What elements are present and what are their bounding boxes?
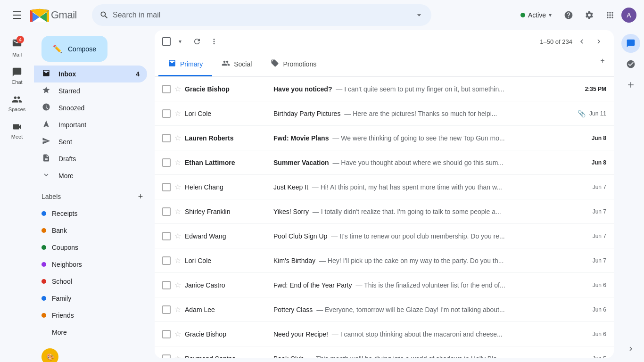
right-tasks-button[interactable] xyxy=(621,55,640,74)
sent-label: Sent xyxy=(58,138,140,146)
email-subject: Pottery Class xyxy=(273,306,313,313)
email-sender: Gracie Bishop xyxy=(185,330,270,338)
row-checkbox[interactable] xyxy=(162,207,171,216)
label-item-coupons[interactable]: Coupons xyxy=(34,239,147,256)
email-snippet: — Hi! At this point, my hat has spent mo… xyxy=(310,183,502,191)
table-row[interactable]: ☆ Ethan Lattimore Summer Vacation — Have… xyxy=(155,150,614,175)
select-all-checkbox[interactable] xyxy=(162,37,171,46)
email-panel: ▾ 1–50 of 234 xyxy=(155,30,614,358)
right-add-button[interactable] xyxy=(621,75,640,94)
tab-social[interactable]: Social xyxy=(212,53,261,76)
settings-button[interactable] xyxy=(580,6,599,25)
snoozed-nav-item[interactable]: Snoozed xyxy=(34,99,147,116)
row-checkbox[interactable] xyxy=(162,305,171,314)
row-star[interactable]: ☆ xyxy=(174,305,181,314)
label-item-bank[interactable]: Bank xyxy=(34,222,147,239)
table-row[interactable]: ☆ Lori Cole Birthday Party Pictures — He… xyxy=(155,101,614,126)
sidebar-item-chat[interactable]: Chat xyxy=(0,63,34,89)
gmail-wordmark: Gmail xyxy=(51,9,77,21)
tab-primary[interactable]: Primary xyxy=(158,53,212,76)
search-dropdown-icon[interactable] xyxy=(414,10,424,20)
row-checkbox[interactable] xyxy=(162,183,171,191)
email-body: Summer Vacation — Have you thought about… xyxy=(273,159,588,166)
table-row[interactable]: ☆ Janice Castro Fwd: End of the Year Par… xyxy=(155,273,614,297)
drafts-nav-item[interactable]: Drafts xyxy=(34,150,147,167)
search-input[interactable] xyxy=(113,11,411,19)
more-nav-item[interactable]: More xyxy=(34,167,147,184)
row-checkbox[interactable] xyxy=(162,109,171,118)
table-row[interactable]: ☆ Edward Wang Pool Club Sign Up — It's t… xyxy=(155,224,614,248)
help-button[interactable] xyxy=(559,6,578,25)
row-checkbox[interactable] xyxy=(162,281,171,289)
table-row[interactable]: ☆ Raymond Santos Book Club — This month … xyxy=(155,346,614,358)
row-checkbox[interactable] xyxy=(162,232,171,240)
right-expand-button[interactable] xyxy=(621,339,640,358)
sidebar-item-meet[interactable]: Meet xyxy=(0,118,34,143)
email-snippet: — Have you thought about where we should… xyxy=(331,159,504,166)
row-star[interactable]: ☆ xyxy=(174,158,181,167)
row-star[interactable]: ☆ xyxy=(174,280,181,289)
row-star[interactable]: ☆ xyxy=(174,109,181,118)
row-checkbox[interactable] xyxy=(162,158,171,167)
label-item-school[interactable]: School xyxy=(34,273,147,290)
tab-promotions[interactable]: Promotions xyxy=(261,53,326,76)
row-checkbox[interactable] xyxy=(162,330,171,338)
row-checkbox[interactable] xyxy=(162,134,171,142)
school-label: School xyxy=(52,278,72,285)
email-snippet: — I can't quite seem to put my finger on… xyxy=(334,85,504,93)
prev-page-button[interactable] xyxy=(574,34,589,49)
table-row[interactable]: ☆ Helen Chang Just Keep It — Hi! At this… xyxy=(155,175,614,199)
table-row[interactable]: ☆ Shirley Franklin Yikes! Sorry — I tota… xyxy=(155,199,614,224)
row-star[interactable]: ☆ xyxy=(174,231,181,240)
add-tab-button[interactable]: + xyxy=(595,53,610,68)
label-item-friends[interactable]: Friends xyxy=(34,307,147,324)
refresh-button[interactable] xyxy=(190,34,205,49)
more-options-button[interactable] xyxy=(206,34,222,49)
row-star[interactable]: ☆ xyxy=(174,207,181,216)
row-star[interactable]: ☆ xyxy=(174,182,181,191)
starred-nav-item[interactable]: Starred xyxy=(34,82,147,99)
important-nav-item[interactable]: Important xyxy=(34,116,147,133)
table-row[interactable]: ☆ Gracie Bishop Have you noticed? — I ca… xyxy=(155,77,614,101)
sent-nav-item[interactable]: Sent xyxy=(34,133,147,150)
row-star[interactable]: ☆ xyxy=(174,133,181,142)
add-label-button[interactable]: + xyxy=(134,190,147,203)
label-item-family[interactable]: Family xyxy=(34,290,147,307)
table-row[interactable]: ☆ Lori Cole Kim's Birthday — Hey! I'll p… xyxy=(155,248,614,273)
table-row[interactable]: ☆ Lauren Roberts Fwd: Movie Plans — We w… xyxy=(155,126,614,150)
email-list: ☆ Gracie Bishop Have you noticed? — I ca… xyxy=(155,77,614,358)
row-star[interactable]: ☆ xyxy=(174,354,181,358)
more-labels-label: More xyxy=(52,329,67,336)
email-body: Kim's Birthday — Hey! I'll pick up the c… xyxy=(273,257,589,264)
email-sender: Helen Chang xyxy=(185,183,270,191)
row-star[interactable]: ☆ xyxy=(174,329,181,338)
table-row[interactable]: ☆ Adam Lee Pottery Class — Everyone, tom… xyxy=(155,297,614,322)
row-checkbox[interactable] xyxy=(162,85,171,93)
label-item-neighbors[interactable]: Neighbors xyxy=(34,256,147,273)
gmail-logo[interactable]: Gmail xyxy=(30,8,77,22)
sidebar-avatars: 🎨 J A xyxy=(34,348,155,362)
sidebar-item-spaces[interactable]: Spaces xyxy=(0,90,34,116)
row-star[interactable]: ☆ xyxy=(174,84,181,93)
label-item-receipts[interactable]: Receipts xyxy=(34,205,147,222)
active-status[interactable]: Active ▾ xyxy=(515,8,557,22)
google-apps-button[interactable] xyxy=(601,6,619,25)
sidebar-item-mail[interactable]: 4 Mail xyxy=(0,34,34,61)
avatar[interactable]: A xyxy=(621,8,636,23)
email-meta: Jun 8 xyxy=(592,135,606,141)
more-labels-item[interactable]: More xyxy=(34,324,147,341)
row-checkbox[interactable] xyxy=(162,256,171,265)
row-star[interactable]: ☆ xyxy=(174,256,181,265)
next-page-button[interactable] xyxy=(591,34,606,49)
table-row[interactable]: ☆ Gracie Bishop Need your Recipe! — I ca… xyxy=(155,322,614,346)
compose-button[interactable]: ✏️ Compose xyxy=(41,36,107,62)
inbox-nav-item[interactable]: Inbox 4 xyxy=(34,66,147,82)
row-checkbox[interactable] xyxy=(162,354,171,359)
labels-section: Labels + Receipts Bank Coupons Neighbors xyxy=(34,188,155,341)
hamburger-menu-button[interactable] xyxy=(8,6,26,25)
sidebar-avatar-1[interactable]: 🎨 xyxy=(41,348,58,362)
email-meta: Jun 8 xyxy=(592,159,606,166)
friends-color-dot xyxy=(41,313,46,318)
select-dropdown-button[interactable]: ▾ xyxy=(173,34,188,49)
right-chat-button[interactable] xyxy=(621,34,640,53)
